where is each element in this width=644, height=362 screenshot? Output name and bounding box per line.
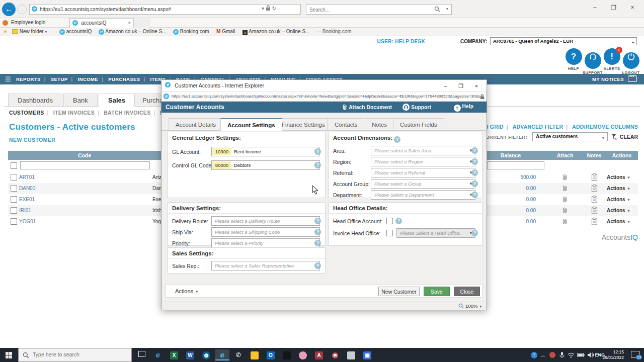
favorite-amazon-2[interactable]: a Amazon.co.uk – Online S... <box>243 29 309 35</box>
microphone-icon[interactable] <box>559 351 565 362</box>
back-button[interactable]: ← <box>2 3 16 16</box>
paperclip-icon[interactable] <box>552 207 578 214</box>
notes-icon[interactable] <box>582 185 607 192</box>
tab-dashboards[interactable]: Dashboards <box>8 94 62 107</box>
region-select[interactable]: Please select a Region▼ <box>371 157 475 166</box>
headset-icon[interactable] <box>585 52 601 69</box>
tab-contacts[interactable]: Contacts <box>328 118 364 131</box>
row-actions-button[interactable]: Actions ▼ <box>607 219 637 224</box>
col-balance[interactable]: Balance <box>486 151 536 160</box>
tab-sales[interactable]: Sales <box>99 94 135 107</box>
dialog-maximize-button[interactable]: ❐ <box>454 80 468 92</box>
dark-app-icon[interactable] <box>280 349 294 360</box>
ship-via-select[interactable]: Please select a Shipping Code▼ <box>211 227 320 237</box>
save-button[interactable]: Save <box>424 287 450 296</box>
forward-button[interactable]: → <box>17 5 27 14</box>
dialog-minimize-button[interactable]: – <box>438 80 452 92</box>
help-bubble-icon[interactable]: ? <box>314 148 321 155</box>
paperclip-icon[interactable] <box>552 185 578 192</box>
help-bubble-icon[interactable]: ? <box>314 262 321 269</box>
help-icon[interactable]: ? <box>566 48 582 65</box>
tab-employee-login[interactable]: Employee login <box>0 18 69 28</box>
battery-icon[interactable] <box>577 352 585 362</box>
dialog-close-button[interactable]: × <box>469 80 484 92</box>
delivery-route-select[interactable]: Please select a Delivery Route▼ <box>211 216 320 226</box>
invoice-head-office-checkbox[interactable] <box>386 230 393 236</box>
tray-chevron-icon[interactable]: ︿ <box>541 352 545 362</box>
help-bubble-icon[interactable]: ? <box>471 192 478 198</box>
tab-notes[interactable]: Notes <box>365 118 394 131</box>
clear-filter-button[interactable]: CLEAR <box>620 134 638 140</box>
taskbar-search[interactable] <box>18 348 132 362</box>
phone-icon[interactable]: ✆ <box>231 349 246 360</box>
notification-center-icon[interactable]: 23 <box>631 351 640 358</box>
my-notices-link[interactable]: MY NOTICES <box>592 76 624 82</box>
address-dropdown-icon[interactable]: ▾ <box>262 6 264 11</box>
tab-accountsiq[interactable]: e accountsIQ × <box>69 18 134 28</box>
advanced-filter-link[interactable]: ADVANCED FILTER <box>513 124 564 130</box>
help-bubble-icon[interactable]: ? <box>314 240 321 246</box>
taskbar-search-input[interactable] <box>33 351 123 357</box>
help-bubble-icon[interactable]: ? <box>471 169 478 176</box>
department-select[interactable]: Please Select a Department▼ <box>371 190 475 200</box>
notes-app-icon[interactable] <box>344 349 358 360</box>
favorite-gmail[interactable]: M Gmail <box>216 29 235 34</box>
logout-icon-group[interactable]: LOGOUT <box>621 48 641 75</box>
row-actions-button[interactable]: Actions ▼ <box>607 186 637 191</box>
hamburger-icon[interactable]: ☰ <box>5 75 11 83</box>
add-remove-columns-link[interactable]: ADD/REMOVE COLUMNS <box>572 124 638 130</box>
file-explorer-icon[interactable] <box>248 349 262 360</box>
paperclip-icon[interactable] <box>552 196 578 203</box>
head-office-account-checkbox[interactable] <box>386 218 393 224</box>
new-customer-link[interactable]: NEW CUSTOMER <box>9 137 55 143</box>
help-bubble-icon[interactable]: ? <box>395 218 402 224</box>
access-icon[interactable]: A <box>312 349 326 360</box>
address-bar[interactable]: e https://eu1.accountsiq.com/system/dash… <box>29 4 301 15</box>
minimize-button[interactable]: – <box>586 0 603 15</box>
alerts-icon-group[interactable]: ! 1 ALERTS <box>602 48 622 71</box>
notices-chat-icon[interactable] <box>628 75 637 82</box>
refresh-icon[interactable]: ↻ <box>272 6 276 11</box>
paperclip-icon[interactable] <box>552 218 578 225</box>
help-bubble-icon[interactable]: ? <box>314 218 321 224</box>
chrome-icon[interactable]: ● <box>328 349 342 360</box>
help-bubble-icon[interactable]: ? <box>394 136 400 143</box>
meet-camera-icon[interactable]: ▣ <box>360 349 374 360</box>
code-cell[interactable]: YOG01 <box>19 219 36 224</box>
row-actions-button[interactable]: Actions ▼ <box>607 208 637 213</box>
word-icon[interactable]: W <box>183 349 197 360</box>
col-actions[interactable]: Actions <box>607 151 637 160</box>
nav-reports[interactable]: REPORTS <box>16 76 41 82</box>
tab-account-details[interactable]: Account Details <box>169 118 223 131</box>
help-icon-group[interactable]: ? HELP <box>564 48 584 71</box>
filter-funnel-icon[interactable]: x <box>611 133 618 140</box>
row-checkbox[interactable] <box>11 218 17 225</box>
row-actions-button[interactable]: Actions ▼ <box>607 174 637 180</box>
attach-document-button[interactable]: Attach Document <box>342 104 392 111</box>
close-button[interactable]: Close <box>454 287 480 296</box>
zoom-control[interactable]: 100% ▼ <box>458 303 482 309</box>
help-bubble-icon[interactable]: ? <box>471 180 478 187</box>
tab-close-icon[interactable]: × <box>128 20 131 26</box>
clock[interactable]: 12:15 28/01/2022 <box>602 349 624 360</box>
search-dropdown-icon[interactable]: ▾ <box>446 7 448 11</box>
priority-select[interactable]: Please select a Priority▼ <box>211 238 320 248</box>
actions-menu-button[interactable]: Actions ▼ <box>175 288 199 294</box>
tab-bank[interactable]: Bank <box>63 94 98 107</box>
edge-icon[interactable]: e <box>151 349 165 360</box>
favorite-accountsiq[interactable]: e accountsIQ <box>59 29 92 35</box>
row-checkbox[interactable] <box>11 207 17 214</box>
sales-rep-select[interactable]: Please select a Sales Representative▼ <box>211 261 320 270</box>
paperclip-icon[interactable] <box>552 173 578 181</box>
help-bubble-icon[interactable]: ? <box>471 158 478 165</box>
browser-search-input[interactable] <box>309 6 425 14</box>
paint-app-icon[interactable] <box>296 349 310 360</box>
alert-icon[interactable]: ! 1 <box>604 48 620 65</box>
new-tab-button[interactable] <box>134 18 149 28</box>
tab-finance-settings[interactable]: Finance Settings <box>275 118 332 131</box>
favorite-booking-2[interactable]: — Booking.com <box>316 29 352 34</box>
code-cell[interactable]: IRI01 <box>19 208 31 213</box>
row-actions-button[interactable]: Actions ▼ <box>607 197 637 202</box>
close-button[interactable]: × <box>624 0 641 15</box>
search-magnifier-icon[interactable] <box>434 6 440 12</box>
